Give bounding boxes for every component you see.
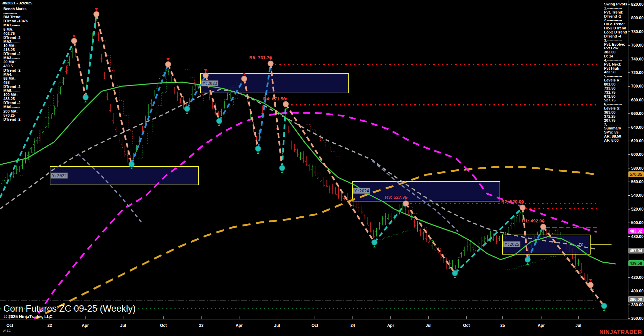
- time-tick-label: Oct: [463, 323, 470, 328]
- zigzag-leg-salmon: [406, 203, 455, 273]
- swing-high-marker: [71, 38, 77, 44]
- swing-low-marker: [452, 270, 458, 276]
- swing-high-marker: [588, 282, 593, 288]
- f0-label: F0: [579, 243, 583, 247]
- benchmarks-panel-line: DTrend -2: [3, 52, 21, 56]
- swing-pivots-panel-line: 2.------------: [604, 18, 622, 22]
- swing-low-triangle-icon: [373, 245, 376, 247]
- price-tick-label: 680.00: [631, 98, 644, 102]
- time-tick-label: Jul: [426, 323, 431, 328]
- swing-pivots-panel-line: 4.------------: [604, 58, 622, 62]
- resistance-label-r2: R2: 520.00: [501, 199, 524, 204]
- benchmarks-panel-line: MA3.------: [3, 56, 20, 60]
- swing-high-triangle-icon: [589, 279, 592, 282]
- swing-low-marker: [279, 165, 285, 171]
- swing-high-marker: [242, 76, 247, 81]
- year-chip-label: Y:2023: [203, 81, 217, 86]
- swing-pivots-panel-line: 372.25: [604, 114, 616, 118]
- resistance-label-r4: R4: 671.50: [263, 96, 286, 101]
- benchmarks-panel-line: 200 MA:: [3, 109, 18, 113]
- time-tick-label: Apr: [82, 323, 89, 328]
- swing-high-marker: [540, 224, 546, 230]
- chart-window: Y:2022Y:2023Y:2024Y:2025R5: 731.75R4: 67…: [0, 0, 644, 336]
- zigzag-layer: [0, 14, 604, 306]
- price-tick-label: 540.00: [631, 193, 644, 198]
- benchmarks-panel-line: DTrend -104%: [3, 19, 28, 23]
- swing-pivots-panel-line: Levels R:: [604, 78, 621, 82]
- price-tick-label: 520.00: [631, 207, 644, 212]
- time-tick-label: 25: [500, 323, 505, 328]
- pivot-markers-layer: [71, 8, 607, 311]
- swing-pivots-panel-line: Pvt. Next:: [604, 62, 621, 66]
- year-chip-label: Y:2022: [52, 173, 67, 178]
- trail-stop-line: [379, 229, 412, 239]
- benchmarks-panel-line: 10 MA:: [3, 44, 16, 48]
- level-lines-layer: [0, 65, 597, 309]
- swing-pivots-panel-line: 671.50: [604, 94, 616, 98]
- swing-pivots-panel-line: 207.75: [604, 118, 616, 122]
- price-tick-label: 640.00: [631, 125, 644, 130]
- chart-canvas[interactable]: Y:2022Y:2023Y:2024Y:2025R5: 731.75R4: 67…: [0, 0, 644, 336]
- swing-high-triangle-icon: [95, 8, 98, 11]
- benchmarks-panel-line: MA2.------: [3, 40, 20, 44]
- swing-high-marker: [165, 62, 171, 67]
- swing-pivots-panel-line: Hi:-2 DTrend: [604, 26, 626, 30]
- swing-low-marker: [372, 240, 377, 245]
- price-tick-label: 380.00: [631, 303, 644, 307]
- swing-pivots-panel-line: AF: 8.00: [604, 138, 619, 142]
- swing-high-marker: [94, 11, 99, 17]
- year-range-box[interactable]: [201, 74, 349, 93]
- swing-pivots-panel-line: SP's: 59: [604, 130, 618, 134]
- swing-pivots-panel-line: DTrend -2: [604, 14, 621, 18]
- time-tick-label: Apr: [387, 323, 394, 328]
- swing-pivots-panel-line: 422.50: [604, 70, 616, 74]
- swing-pivots-panel-line: 7.------------: [604, 122, 622, 126]
- price-tick-label: 700.00: [631, 84, 644, 89]
- benchmarks-panel-line: 458: [3, 80, 9, 85]
- resistance-label-r5: R5: 731.75: [249, 55, 272, 60]
- time-tick-label: 22: [47, 323, 52, 328]
- price-tick-label: 740.00: [631, 57, 644, 62]
- year-range-box[interactable]: [50, 167, 199, 185]
- swing-pivots-panel-line: D: 14: [604, 54, 614, 58]
- price-tag-value: 439.58: [630, 261, 642, 266]
- swing-pivots-panel-line: HiLo Trend:: [604, 22, 625, 26]
- price-tag-value: 483.32: [630, 229, 642, 234]
- price-tick-label: 400.00: [631, 289, 644, 293]
- swing-low-marker: [184, 106, 190, 112]
- time-tick-label: Oct: [160, 323, 167, 328]
- swing-high-marker: [268, 61, 273, 66]
- zigzag-leg-teal: [86, 14, 96, 97]
- benchmarks-panel-line: 5 MA:: [3, 27, 14, 31]
- swing-high-triangle-icon: [204, 69, 207, 72]
- time-tick-label: Oct: [6, 323, 13, 328]
- price-tick-label: 580.00: [631, 166, 644, 171]
- swing-pivots-panel-line: Lo:-2 DTrend: [604, 30, 627, 34]
- benchmarks-panel-line: 402.75: [3, 31, 15, 35]
- swing-pivots-panel-line: 731.75: [604, 90, 616, 94]
- price-tick-label: 760.00: [631, 43, 644, 48]
- swing-pivots-panel-line: 6.------------: [604, 102, 622, 106]
- price-tick-label: 800.00: [631, 16, 644, 20]
- swing-low-marker: [216, 118, 222, 124]
- price-tick-label: 620.00: [631, 139, 644, 143]
- benchmarks-panel-line: MA5.------: [3, 89, 20, 93]
- swing-pivots-panel-line: 3.------------: [604, 38, 622, 42]
- price-tick-label: 500.00: [631, 220, 644, 225]
- swing-low-triangle-icon: [218, 124, 221, 126]
- swing-low-triangle-icon: [603, 309, 605, 311]
- price-tag-value: 570.35: [630, 172, 642, 177]
- swing-high-triangle-icon: [72, 35, 76, 38]
- swing-high-triangle-icon: [166, 58, 170, 61]
- price-tick-label: 560.00: [631, 179, 644, 184]
- benchmarks-panel-line: 55 MA:: [3, 76, 16, 80]
- benchmarks-panel-line: 20 MA:: [3, 60, 16, 64]
- time-tick-label: 23: [199, 323, 204, 328]
- ninjatrader-logo: NINJATRADER: [599, 329, 642, 335]
- trail-stop-line: [138, 79, 166, 158]
- swing-high-marker: [203, 73, 208, 78]
- price-tag-value: 457.94: [630, 248, 642, 253]
- time-axis-panel[interactable]: [0, 319, 644, 336]
- trail-stop-line: [507, 255, 555, 270]
- time-tick-label: Jul: [274, 323, 280, 328]
